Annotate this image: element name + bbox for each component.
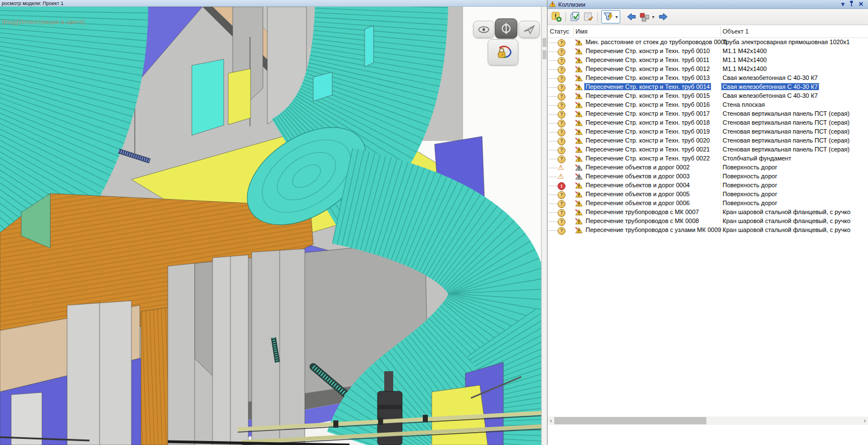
column-header-name[interactable]: Имя: [575, 28, 587, 35]
collision-row[interactable]: ?⚠! Мин. расстояние от стоек до трубопро…: [548, 38, 868, 47]
scroll-right-icon[interactable]: ›: [861, 416, 868, 425]
collision-object[interactable]: Свая железобетонная С 40-30 К7: [721, 74, 819, 81]
collision-name[interactable]: Пересечение Стр. констр и Техн. труб 001…: [584, 119, 711, 126]
collision-row[interactable]: ?⚠! Пересечение Стр. констр и Техн. труб…: [548, 110, 868, 119]
collision-row[interactable]: ?⚠! Пересечение Стр. констр и Техн. труб…: [548, 127, 868, 136]
collision-row[interactable]: ?⚠! Пересечение Стр. констр и Техн. труб…: [548, 101, 868, 110]
next-collision-icon[interactable]: [657, 11, 670, 23]
viewport-scrollbar[interactable]: [542, 38, 546, 47]
collision-object[interactable]: Стеновая вертикальная панель ПСТ (серая): [721, 110, 851, 117]
pin-icon[interactable]: [849, 1, 854, 8]
collision-properties-icon[interactable]: [582, 11, 595, 23]
collision-warning-icon: [575, 146, 583, 153]
collision-name[interactable]: Пересечение Стр. констр и Техн. труб 001…: [584, 65, 711, 72]
collision-object[interactable]: Свая железобетонная С 40-30 К7: [721, 83, 819, 90]
column-header-object1[interactable]: Объект 1: [723, 28, 749, 35]
filter-lightning-icon[interactable]: ▾: [601, 10, 620, 23]
collision-object[interactable]: Стена плоская: [721, 101, 766, 108]
model-3d-scene[interactable]: [0, 7, 547, 445]
collision-object[interactable]: Стеновая вертикальная панель ПСТ (серая): [721, 146, 851, 153]
collision-row[interactable]: ?⚠! Пересечение Стр. констр и Техн. труб…: [548, 119, 868, 127]
collision-name[interactable]: Пересечение Стр. констр и Техн. труб 001…: [584, 92, 711, 99]
show-collision-objects-icon[interactable]: [638, 11, 652, 23]
check-collisions-icon[interactable]: [568, 11, 582, 23]
collision-name[interactable]: Пересечение Стр. констр и Техн. труб 001…: [584, 83, 711, 90]
collision-name[interactable]: Пересечение Стр. констр и Техн. труб 001…: [584, 56, 710, 63]
collision-object[interactable]: Стеновая вертикальная панель ПСТ (серая): [721, 128, 851, 135]
scroll-left-icon[interactable]: ‹: [548, 416, 554, 425]
collision-row[interactable]: ?⚠! Пересечение Стр. констр и Техн. труб…: [548, 92, 868, 101]
orbit-icon[interactable]: [495, 18, 517, 39]
collision-name[interactable]: Пересечение Стр. констр и Техн. труб 001…: [584, 74, 711, 81]
collision-object[interactable]: Стеновая вертикальная панель ПСТ (серая): [721, 119, 851, 126]
collision-row[interactable]: ?⚠! Пересечение Стр. констр и Техн. труб…: [548, 83, 868, 92]
collision-object[interactable]: Поверхность дорог: [721, 182, 779, 188]
status-icon: ?⚠!: [558, 217, 565, 225]
collision-row[interactable]: ?⚠! Пересечение трубопроводов с МК 0008 …: [548, 217, 868, 226]
collision-name[interactable]: Пересечение Стр. констр и Техн. труб 002…: [584, 146, 711, 153]
add-collision-check-icon[interactable]: [550, 11, 563, 23]
status-icon: ?⚠!: [558, 137, 565, 145]
collision-name[interactable]: Пересечение трубопроводов с МК 0008: [584, 217, 700, 224]
fly-icon[interactable]: [518, 21, 540, 38]
collision-name[interactable]: Пересечение объектов и дорог 0003: [584, 173, 691, 179]
collision-name[interactable]: Пересечение объектов и дорог 0006: [584, 200, 691, 206]
collision-row[interactable]: ?⚠! Пересечение трубопроводов с узлами М…: [548, 226, 868, 235]
collision-row[interactable]: ?⚠! Пересечение Стр. констр и Техн. труб…: [548, 145, 868, 154]
collision-name[interactable]: Пересечение трубопроводов с МК 0007: [584, 209, 700, 215]
collision-row[interactable]: ?⚠! Пересечение Стр. констр и Техн. труб…: [548, 136, 868, 145]
collision-row[interactable]: ?⚠! Пересечение объектов и дорог 0003 По…: [548, 172, 868, 181]
collision-object[interactable]: Труба электросварная прямошовная 1020х1: [721, 39, 851, 45]
collisions-toolbar: ▾ ▾: [548, 9, 868, 25]
collision-object[interactable]: Поверхность дорог: [721, 200, 779, 206]
collision-row[interactable]: ?⚠! Пересечение Стр. констр и Техн. труб…: [548, 154, 868, 163]
collision-object[interactable]: М1.1 М42х1400: [721, 56, 768, 63]
collision-row[interactable]: ?⚠! Пересечение трубопроводов с МК 0007 …: [548, 208, 868, 217]
previous-collision-icon[interactable]: [625, 11, 638, 23]
collision-row[interactable]: ?⚠! Пересечение Стр. констр и Техн. труб…: [548, 56, 868, 65]
collision-row[interactable]: ?⚠! Пересечение Стр. констр и Техн. труб…: [548, 47, 868, 56]
collision-object[interactable]: Поверхность дорог: [721, 191, 779, 197]
collision-row[interactable]: ?⚠! Пересечение объектов и дорог 0006 По…: [548, 199, 868, 208]
collision-object[interactable]: Поверхность дорог: [721, 173, 779, 179]
orbit-lock-icon[interactable]: ?: [488, 39, 518, 65]
collision-name[interactable]: Пересечение объектов и дорог 0004: [584, 182, 691, 188]
collision-row[interactable]: ?⚠! Пересечение объектов и дорог 0005 По…: [548, 190, 868, 199]
close-icon[interactable]: ✕: [858, 1, 864, 8]
collision-object[interactable]: Свая железобетонная С 40-30 К7: [721, 92, 819, 99]
status-icon: ?⚠!: [558, 200, 565, 207]
collision-object[interactable]: Кран шаровой стальной фланцевый, с ручко: [721, 226, 852, 233]
collision-name[interactable]: Пересечение объектов и дорог 0005: [584, 191, 691, 197]
collisions-panel: Коллизии ▾ ✕: [547, 0, 868, 445]
collision-name[interactable]: Пересечение объектов и дорог 0002: [584, 164, 691, 171]
collision-name[interactable]: Пересечение Стр. констр и Техн. труб 001…: [584, 110, 711, 117]
collision-row[interactable]: ?⚠! Пересечение объектов и дорог 0004 По…: [548, 181, 868, 190]
collision-name[interactable]: Пересечение Стр. констр и Техн. труб 001…: [584, 101, 711, 108]
collision-object[interactable]: Столбчатый фундамент: [721, 155, 792, 162]
collision-name[interactable]: Пересечение трубопроводов с узлами МК 00…: [584, 226, 722, 233]
collision-object[interactable]: Кран шаровой стальной фланцевый, с ручко: [721, 217, 852, 224]
collision-object[interactable]: М1.1 М42х1400: [721, 48, 768, 54]
chevron-down-icon[interactable]: ▾: [652, 15, 654, 20]
scrollbar-thumb[interactable]: [554, 417, 706, 424]
collision-name[interactable]: Пересечение Стр. констр и Техн. труб 002…: [584, 155, 711, 162]
column-header-status[interactable]: Статус: [550, 28, 569, 35]
collision-row[interactable]: ?⚠! Пересечение объектов и дорог 0002 По…: [548, 163, 868, 172]
status-icon: ?⚠!: [558, 119, 565, 127]
horizontal-scrollbar[interactable]: ‹ ›: [548, 416, 868, 425]
collision-row[interactable]: ?⚠! Пересечение Стр. констр и Техн. труб…: [548, 74, 868, 83]
collision-object[interactable]: М1.1 М42х1400: [721, 65, 768, 72]
collision-name[interactable]: Пересечение Стр. констр и Техн. труб 001…: [584, 128, 711, 135]
collision-name[interactable]: Пересечение Стр. констр и Техн. труб 002…: [584, 137, 711, 144]
collision-object[interactable]: Кран шаровой стальной фланцевый, с ручко: [721, 209, 852, 215]
collision-row[interactable]: ?⚠! Пересечение Стр. констр и Техн. труб…: [548, 65, 868, 74]
model-viewport[interactable]: росмотр модели: Проект 1: [0, 0, 547, 445]
collision-name[interactable]: Мин. расстояние от стоек до трубопроводо…: [584, 39, 729, 45]
tree-connector: [549, 51, 557, 52]
eye-icon[interactable]: [473, 21, 494, 38]
panel-menu-button[interactable]: ▾: [841, 1, 845, 8]
status-icon: ?⚠!: [558, 173, 565, 181]
collision-object[interactable]: Поверхность дорог: [721, 164, 779, 171]
collision-object[interactable]: Стеновая вертикальная панель ПСТ (серая): [721, 137, 851, 144]
collision-name[interactable]: Пересечение Стр. констр и Техн. труб 001…: [584, 48, 711, 54]
